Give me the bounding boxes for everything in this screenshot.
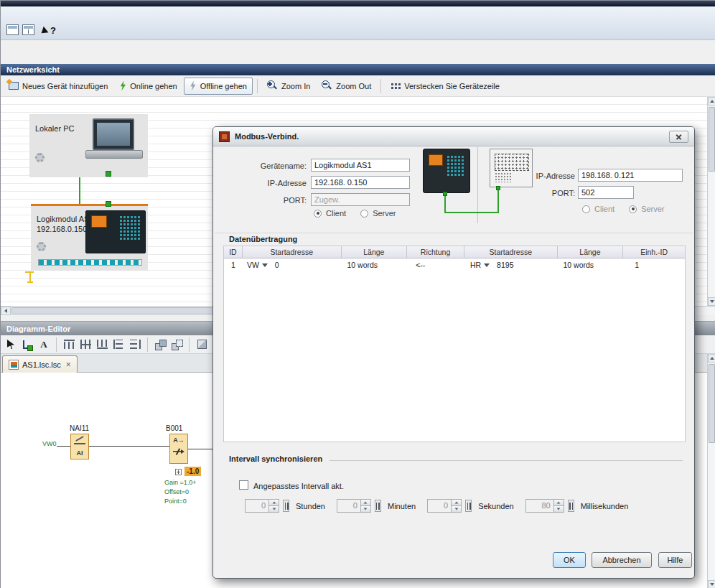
wire-tool-icon[interactable]	[20, 337, 34, 352]
col-header[interactable]: Startadresse	[464, 246, 558, 258]
scrollbar-thumb[interactable]	[709, 364, 715, 443]
expand-plus-icon[interactable]	[175, 469, 182, 475]
device-local-pc[interactable]: Lokaler PC	[29, 114, 148, 177]
button-label: Offline gehen	[200, 82, 247, 90]
button-label: Zoom Out	[336, 82, 371, 90]
local-ip-field[interactable]: 192.168. 0.150	[311, 176, 410, 189]
signal-marker	[27, 281, 33, 283]
src-address-cell[interactable]: VW 0	[243, 261, 342, 269]
device-name-field[interactable]: Logikmodul AS1	[311, 159, 410, 172]
device-ip: 192.168.0.150	[37, 225, 87, 233]
toolbar-separator	[189, 337, 190, 352]
spin-up-icon[interactable]	[452, 499, 462, 506]
scroll-up-icon[interactable]	[708, 97, 715, 106]
tab-as1[interactable]: AS1.lsc.lsc ×	[2, 355, 78, 373]
zoom-in-button[interactable]: Zoom In	[262, 78, 315, 95]
col-header[interactable]: Länge	[342, 246, 408, 258]
server-radio[interactable]	[629, 205, 637, 213]
tab-close-icon[interactable]: ×	[65, 360, 71, 369]
help-cursor-icon[interactable]: ?	[42, 25, 56, 36]
laptop-image	[85, 118, 143, 166]
go-offline-button[interactable]: Offline gehen	[184, 78, 253, 95]
order-tool-icon[interactable]	[195, 337, 209, 352]
remote-ip-label: IP-Adresse	[535, 172, 575, 180]
transfer-table[interactable]: ID Startadresse Länge Richtung Startadre…	[223, 246, 686, 442]
align-middle-icon[interactable]	[78, 337, 93, 352]
network-view-header: Netzwerksicht	[1, 64, 715, 75]
text-tool-icon[interactable]	[37, 337, 51, 352]
device-logikmodul[interactable]: Logikmodul AS1 192.168.0.150	[31, 205, 148, 271]
milliseconds-stepper[interactable]	[554, 499, 564, 513]
milliseconds-field[interactable]: 80	[525, 499, 554, 513]
scroll-down-icon[interactable]	[708, 297, 715, 306]
unit-id: 1	[623, 261, 685, 269]
ok-button[interactable]: OK	[553, 552, 586, 568]
col-header[interactable]: Einh.-ID	[623, 246, 685, 258]
client-radio[interactable]	[582, 205, 590, 213]
diagram-vscrollbar[interactable]	[707, 354, 715, 588]
zoom-out-button[interactable]: Zoom Out	[317, 78, 376, 95]
connection-port[interactable]	[106, 171, 111, 177]
spin-up-icon[interactable]	[361, 499, 371, 506]
minutes-field[interactable]: 0	[337, 499, 361, 513]
device-name: Lokaler PC	[35, 124, 74, 133]
close-icon[interactable]	[669, 131, 688, 143]
align-bottom-icon[interactable]	[95, 337, 109, 352]
block-b001[interactable]: A→	[169, 434, 188, 464]
network-vscrollbar[interactable]	[707, 97, 715, 306]
cancel-button[interactable]: Abbrechen	[592, 552, 652, 568]
block-nai11[interactable]: AI	[70, 434, 89, 459]
local-ip-label: IP-Adresse	[240, 179, 307, 187]
group-icon[interactable]	[153, 337, 167, 352]
add-device-button[interactable]: Neues Gerät hinzufügen	[4, 78, 113, 95]
scroll-left-icon[interactable]	[1, 307, 11, 315]
spin-down-icon[interactable]	[361, 506, 371, 513]
seconds-stepper[interactable]	[452, 499, 462, 513]
dialog-titlebar[interactable]: Modbus-Verbind.	[213, 127, 694, 146]
align-top-icon[interactable]	[62, 337, 76, 352]
spin-down-icon[interactable]	[554, 506, 564, 513]
toolbar-separator	[147, 337, 148, 352]
spin-up-icon[interactable]	[269, 499, 279, 506]
custom-interval-checkbox[interactable]	[239, 480, 248, 490]
hours-stepper[interactable]	[269, 499, 279, 513]
align-right-icon[interactable]	[128, 337, 142, 352]
gear-icon[interactable]	[35, 153, 45, 162]
window-panel-icon[interactable]	[22, 24, 34, 35]
scroll-down-icon[interactable]	[708, 580, 715, 588]
scrollbar-thumb[interactable]	[709, 107, 715, 172]
minutes-stepper[interactable]	[361, 499, 371, 513]
align-left-icon[interactable]	[111, 337, 126, 352]
server-radio[interactable]	[360, 210, 368, 218]
help-button[interactable]: Hilfe	[658, 552, 692, 568]
seconds-field[interactable]: 0	[427, 499, 452, 513]
hide-device-row-button[interactable]: Verstecken Sie Gerätezeile	[385, 78, 505, 95]
spin-up-icon[interactable]	[554, 499, 564, 506]
col-header[interactable]: Startadresse	[243, 246, 342, 258]
go-online-button[interactable]: Online gehen	[114, 78, 182, 95]
spin-down-icon[interactable]	[269, 506, 279, 513]
cursor-tool-icon[interactable]	[4, 337, 18, 352]
hours-field[interactable]: 0	[245, 499, 269, 513]
scroll-up-icon[interactable]	[708, 354, 715, 363]
window-cascade-icon[interactable]	[6, 24, 19, 35]
ungroup-icon[interactable]	[169, 337, 184, 352]
button-label: Online gehen	[130, 82, 177, 90]
client-radio-label: Client	[594, 205, 614, 213]
col-header[interactable]: Richtung	[407, 246, 464, 258]
block-symbol-label: A→	[170, 437, 187, 444]
connection-port[interactable]	[106, 201, 111, 207]
dst-address-cell[interactable]: HR 8195	[464, 261, 558, 269]
dropdown-arrow-icon[interactable]	[262, 263, 268, 267]
spin-down-icon[interactable]	[452, 506, 462, 513]
remote-port-field[interactable]: 502	[578, 186, 634, 199]
gain-label: Gain =1.0+	[164, 479, 197, 486]
gear-icon[interactable]	[37, 242, 46, 251]
table-row[interactable]: 1 VW 0 10 words <-- HR 8195 10 words 1	[224, 258, 685, 271]
dropdown-arrow-icon[interactable]	[484, 263, 490, 267]
col-header[interactable]: Länge	[558, 246, 624, 258]
remote-ip-field[interactable]: 198.168. 0.121	[578, 169, 683, 182]
client-radio[interactable]	[314, 210, 322, 218]
col-header[interactable]: ID	[224, 246, 243, 258]
row-id: 1	[224, 261, 243, 269]
